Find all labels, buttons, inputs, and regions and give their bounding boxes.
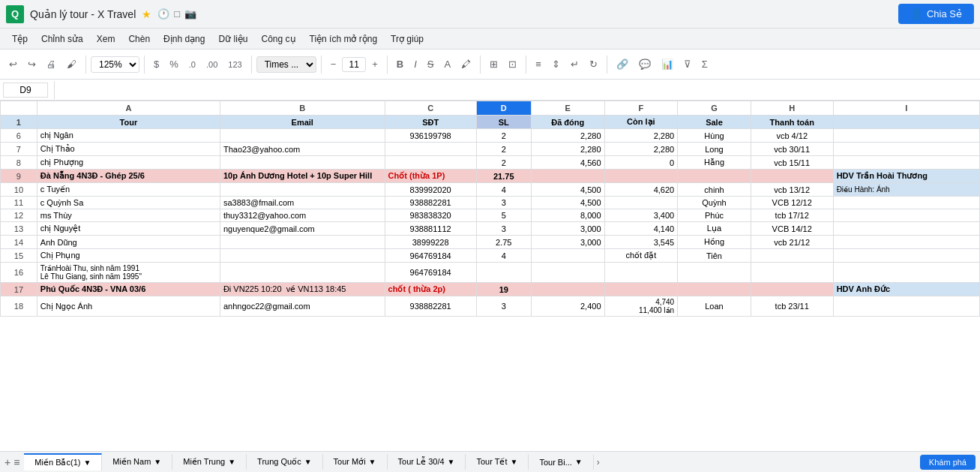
number-format-button[interactable]: 123 [223, 57, 246, 72]
cell-b14[interactable] [220, 236, 385, 249]
borders-button[interactable]: ⊞ [485, 56, 502, 73]
cell-b8[interactable] [220, 156, 385, 170]
filter-button[interactable]: ⊽ [679, 56, 696, 73]
cell-f13[interactable]: 4,140 [604, 222, 678, 236]
share-button[interactable]: 👤 Chia Sẻ [898, 4, 974, 24]
cell-i15[interactable] [833, 249, 979, 263]
cell-c11[interactable]: 938882281 [385, 197, 476, 209]
cell-a9[interactable]: Đà Nẵng 4N3Đ - Ghép 25/6 [37, 170, 220, 183]
cell-f15[interactable]: chốt đặt [604, 249, 678, 263]
cell-e13[interactable]: 3,000 [531, 222, 604, 236]
cell-a11[interactable]: c Quỳnh Sa [37, 197, 220, 209]
cell-h13[interactable]: VCB 14/12 [751, 222, 833, 236]
undo-button[interactable]: ↩ [4, 56, 22, 73]
col-header-i[interactable]: I [833, 101, 979, 116]
cell-i12[interactable] [833, 209, 979, 222]
cell-c7[interactable] [385, 143, 476, 156]
col-header-f[interactable]: F [604, 101, 678, 116]
header-sdt[interactable]: SĐT [385, 116, 476, 129]
cell-h17[interactable] [751, 283, 833, 296]
cell-g12[interactable]: Phúc [678, 209, 751, 222]
valign-button[interactable]: ⇕ [547, 56, 565, 73]
cell-c8[interactable] [385, 156, 476, 170]
cell-g10[interactable]: chinh [678, 183, 751, 197]
cell-h8[interactable]: vcb 15/11 [751, 156, 833, 170]
cell-b12[interactable]: thuy3312@yahoo.com [220, 209, 385, 222]
cell-b16[interactable] [220, 263, 385, 283]
cell-a14[interactable]: Anh Dũng [37, 236, 220, 249]
cell-d6[interactable]: 2 [476, 129, 531, 143]
rotate-button[interactable]: ↻ [585, 56, 602, 73]
cell-g13[interactable]: Lụa [678, 222, 751, 236]
cell-f6[interactable]: 2,280 [604, 129, 678, 143]
cell-g6[interactable]: Hùng [678, 129, 751, 143]
cell-h18[interactable]: tcb 23/11 [751, 296, 833, 317]
header-email[interactable]: Email [220, 116, 385, 129]
cell-c12[interactable]: 983838320 [385, 209, 476, 222]
cell-f7[interactable]: 2,280 [604, 143, 678, 156]
cell-a8[interactable]: chị Phượng [37, 156, 220, 170]
cell-e17[interactable] [531, 283, 604, 296]
cell-h14[interactable]: vcb 21/12 [751, 236, 833, 249]
camera-icon[interactable]: 📷 [184, 8, 196, 20]
text-color-button[interactable]: A [440, 56, 456, 73]
cell-h16[interactable] [751, 263, 833, 283]
currency-button[interactable]: $ [149, 56, 163, 73]
cell-h7[interactable]: vcb 30/11 [751, 143, 833, 156]
tab-tour-moi[interactable]: Tour Mới ▼ [323, 454, 388, 470]
cell-i17[interactable]: HDV Anh Đức [833, 283, 979, 296]
cell-i9[interactable]: HDV Trần Hoài Thương [833, 170, 979, 183]
chart-button[interactable]: 📊 [657, 56, 678, 73]
dec-decrease-button[interactable]: .0 [184, 57, 200, 72]
tab-mien-bac[interactable]: Miền Bắc(1) ▼ [24, 453, 102, 470]
font-select[interactable]: Times ... [256, 56, 316, 73]
cell-e10[interactable]: 4,500 [531, 183, 604, 197]
add-sheet-icon[interactable]: + [4, 456, 10, 468]
cell-f10[interactable]: 4,620 [604, 183, 678, 197]
cell-e11[interactable]: 4,500 [531, 197, 604, 209]
menu-chen[interactable]: Chèn [122, 32, 156, 46]
cell-d16[interactable] [476, 263, 531, 283]
header-con-lai[interactable]: Còn lại [604, 116, 678, 129]
menu-cong-cu[interactable]: Công cụ [255, 32, 301, 46]
cell-c18[interactable]: 938882281 [385, 296, 476, 317]
font-size-input[interactable] [342, 57, 366, 72]
cell-b18[interactable]: anhngoc22@gmail.com [220, 296, 385, 317]
bold-button[interactable]: B [392, 56, 408, 73]
cell-d11[interactable]: 3 [476, 197, 531, 209]
cell-h9[interactable] [751, 170, 833, 183]
tab-tour-le[interactable]: Tour Lễ 30/4 ▼ [388, 454, 466, 470]
cell-e14[interactable]: 3,000 [531, 236, 604, 249]
highlight-button[interactable]: 🖍 [457, 56, 475, 73]
cell-d12[interactable]: 5 [476, 209, 531, 222]
grid[interactable]: A B C D E F G H I 1 Tour Email SĐT [0, 101, 980, 451]
cell-c10[interactable]: 839992020 [385, 183, 476, 197]
cell-a17[interactable]: Phú Quốc 4N3Đ - VNA 03/6 [37, 283, 220, 296]
menu-tien-ich[interactable]: Tiện ích mở rộng [304, 32, 384, 46]
cell-g17[interactable] [678, 283, 751, 296]
cell-i7[interactable] [833, 143, 979, 156]
paint-format-button[interactable]: 🖌 [62, 56, 81, 73]
sheets-menu-icon[interactable]: ≡ [13, 456, 19, 468]
link-button[interactable]: 🔗 [612, 56, 633, 73]
tab-tour-le-arrow[interactable]: ▼ [448, 458, 455, 466]
cell-c9[interactable]: Chốt (thừa 1P) [385, 170, 476, 183]
tab-mien-nam-arrow[interactable]: ▼ [154, 458, 161, 466]
cell-c6[interactable]: 936199798 [385, 129, 476, 143]
history-icon[interactable]: 🕐 [157, 8, 169, 20]
cell-a10[interactable]: c Tuyến [37, 183, 220, 197]
header-thanh-toan[interactable]: Thanh toán [751, 116, 833, 129]
cell-c13[interactable]: 938881112 [385, 222, 476, 236]
cell-d10[interactable]: 4 [476, 183, 531, 197]
cell-d7[interactable]: 2 [476, 143, 531, 156]
cell-f11[interactable] [604, 197, 678, 209]
cell-a13[interactable]: chị Nguyệt [37, 222, 220, 236]
cell-b17[interactable]: Đi VN225 10:20 về VN113 18:45 [220, 283, 385, 296]
cell-g14[interactable]: Hồng [678, 236, 751, 249]
cell-i16[interactable] [833, 263, 979, 283]
cell-b9[interactable]: 10p Ánh Dương Hotel + 10p Super Hill [220, 170, 385, 183]
cell-a18[interactable]: Chị Ngọc Ánh [37, 296, 220, 317]
cell-f18[interactable]: 4,740 11,400 lần [604, 296, 678, 317]
menu-chinh-sua[interactable]: Chỉnh sửa [35, 32, 89, 46]
header-sl[interactable]: SL [476, 116, 531, 129]
